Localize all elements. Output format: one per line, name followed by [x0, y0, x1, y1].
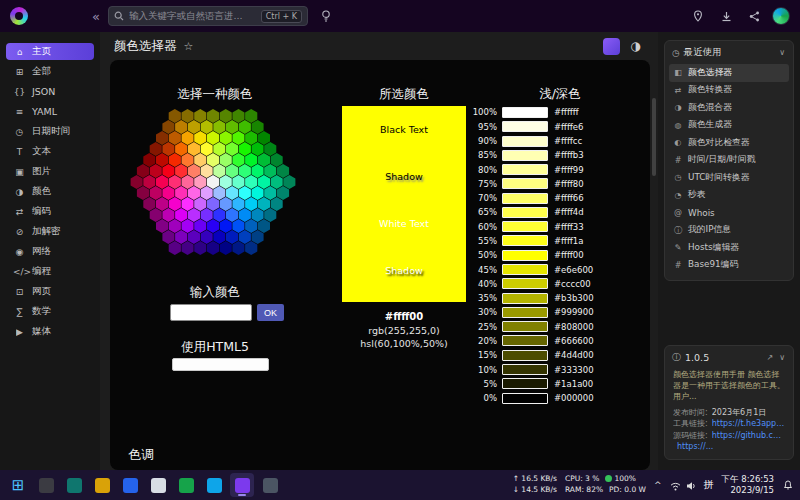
- hex-cell[interactable]: [252, 164, 264, 178]
- hex-cell[interactable]: [213, 142, 225, 156]
- info-field-link[interactable]: https://github.co...: [712, 430, 785, 442]
- sidebar-collapse-icon[interactable]: «: [92, 9, 100, 24]
- hex-cell[interactable]: [201, 208, 213, 222]
- sidebar-item-网页[interactable]: ⊡网页: [6, 283, 94, 300]
- hex-cell[interactable]: [188, 208, 200, 222]
- hex-cell[interactable]: [188, 186, 200, 200]
- hex-cell[interactable]: [175, 208, 187, 222]
- hex-cell[interactable]: [194, 175, 206, 189]
- hex-cell[interactable]: [201, 142, 213, 156]
- shade-swatch[interactable]: [502, 207, 548, 218]
- shade-swatch[interactable]: [502, 150, 548, 161]
- accent-color-button[interactable]: [603, 38, 620, 55]
- hex-cell[interactable]: [277, 186, 289, 200]
- hex-cell[interactable]: [201, 186, 213, 200]
- hex-cell[interactable]: [239, 230, 251, 244]
- global-search-input[interactable]: 输入关键字或自然语言进... Ctrl + K: [108, 6, 308, 26]
- sidebar-item-加解密[interactable]: ⊘加解密: [6, 223, 94, 240]
- hex-cell[interactable]: [220, 197, 232, 211]
- hex-cell[interactable]: [143, 153, 155, 167]
- hex-cell[interactable]: [188, 230, 200, 244]
- hex-cell[interactable]: [239, 142, 251, 156]
- hex-cell[interactable]: [182, 241, 194, 255]
- hex-cell[interactable]: [264, 208, 276, 222]
- recent-item-Base91编码[interactable]: #Base91编码: [669, 257, 789, 275]
- hex-cell[interactable]: [232, 197, 244, 211]
- hex-cell[interactable]: [201, 164, 213, 178]
- hex-cell[interactable]: [169, 219, 181, 233]
- hex-cell[interactable]: [182, 175, 194, 189]
- hint-bulb-icon[interactable]: [316, 6, 336, 26]
- hex-cell[interactable]: [245, 131, 257, 145]
- hex-cell[interactable]: [156, 131, 168, 145]
- hex-cell[interactable]: [239, 120, 251, 134]
- shade-swatch[interactable]: [502, 293, 548, 304]
- hex-cell[interactable]: [220, 109, 232, 123]
- taskbar-app-he3[interactable]: [230, 473, 254, 497]
- hex-cell[interactable]: [194, 109, 206, 123]
- hex-cell[interactable]: [182, 131, 194, 145]
- hex-cell[interactable]: [207, 109, 219, 123]
- hex-cell[interactable]: [264, 164, 276, 178]
- speaker-icon[interactable]: [686, 476, 696, 495]
- sidebar-item-YAML[interactable]: ≡YAML: [6, 103, 94, 120]
- hex-cell[interactable]: [258, 131, 270, 145]
- hex-cell[interactable]: [182, 219, 194, 233]
- hex-cell[interactable]: [245, 197, 257, 211]
- recent-item-Whois[interactable]: @Whois: [669, 204, 789, 222]
- hex-cell[interactable]: [194, 131, 206, 145]
- hex-cell[interactable]: [188, 120, 200, 134]
- taskbar-app-start[interactable]: ⊞: [6, 473, 30, 497]
- hex-color-wheel[interactable]: [127, 106, 299, 258]
- hex-cell[interactable]: [137, 186, 149, 200]
- recent-item-颜色选择器[interactable]: ◧颜色选择器: [669, 64, 789, 82]
- hex-cell[interactable]: [220, 153, 232, 167]
- hex-cell[interactable]: [143, 197, 155, 211]
- hex-cell[interactable]: [258, 153, 270, 167]
- hex-cell[interactable]: [194, 153, 206, 167]
- recent-item-Hosts编辑器[interactable]: ✎Hosts编辑器: [669, 239, 789, 257]
- shade-swatch[interactable]: [502, 335, 548, 346]
- shade-swatch[interactable]: [502, 307, 548, 318]
- hex-cell[interactable]: [169, 109, 181, 123]
- hex-cell[interactable]: [194, 241, 206, 255]
- wifi-icon[interactable]: [670, 476, 681, 495]
- recent-item-颜色转换器[interactable]: ⇄颜色转换器: [669, 82, 789, 100]
- hex-cell[interactable]: [162, 230, 174, 244]
- sidebar-item-网络[interactable]: ◉网络: [6, 243, 94, 260]
- hex-cell[interactable]: [271, 197, 283, 211]
- sidebar-item-图片[interactable]: ▣图片: [6, 163, 94, 180]
- sidebar-item-全部[interactable]: ⊞全部: [6, 63, 94, 80]
- taskbar-app-app-gray[interactable]: [258, 473, 282, 497]
- hex-cell[interactable]: [232, 219, 244, 233]
- sidebar-item-日期时间[interactable]: ◷日期时间: [6, 123, 94, 140]
- hex-cell[interactable]: [232, 153, 244, 167]
- hex-cell[interactable]: [213, 230, 225, 244]
- hex-cell[interactable]: [245, 219, 257, 233]
- hex-cell[interactable]: [162, 120, 174, 134]
- hex-cell[interactable]: [213, 120, 225, 134]
- hex-cell[interactable]: [252, 186, 264, 200]
- hex-cell[interactable]: [283, 175, 295, 189]
- sidebar-item-颜色[interactable]: ◑颜色: [6, 183, 94, 200]
- shade-swatch[interactable]: [502, 221, 548, 232]
- hex-cell[interactable]: [207, 131, 219, 145]
- taskbar-app-app-dark[interactable]: [34, 473, 58, 497]
- hex-cell[interactable]: [226, 208, 238, 222]
- ime-indicator[interactable]: 拼: [704, 478, 714, 492]
- hex-cell[interactable]: [252, 208, 264, 222]
- hex-cell[interactable]: [213, 186, 225, 200]
- shade-swatch[interactable]: [502, 136, 548, 147]
- recent-item-时间/日期/时间戳[interactable]: #时间/日期/时间戳: [669, 152, 789, 170]
- hex-cell[interactable]: [182, 197, 194, 211]
- hex-cell[interactable]: [182, 109, 194, 123]
- external-link-icon[interactable]: ↗: [765, 353, 774, 362]
- hex-cell[interactable]: [213, 208, 225, 222]
- hex-cell[interactable]: [207, 219, 219, 233]
- hex-cell[interactable]: [271, 153, 283, 167]
- taskbar-app-app-edge[interactable]: [118, 473, 142, 497]
- hex-cell[interactable]: [194, 219, 206, 233]
- shade-swatch[interactable]: [502, 393, 548, 404]
- sidebar-item-编程[interactable]: </>编程: [6, 263, 94, 280]
- chevron-down-icon[interactable]: ∨: [778, 48, 786, 57]
